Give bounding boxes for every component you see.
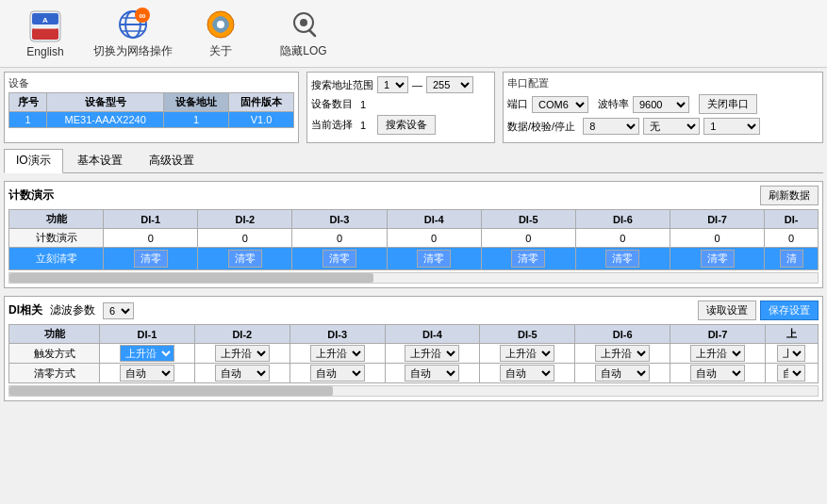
range-end-select[interactable]: 255 [426, 76, 473, 93]
clear-method-di1[interactable]: 自动手动 [100, 364, 195, 383]
trigger-di4[interactable]: 上升沿下降沿 [385, 344, 480, 364]
tab-advanced-settings[interactable]: 高级设置 [137, 149, 207, 172]
save-settings-button[interactable]: 保存设置 [760, 301, 819, 320]
counter-clear-row: 立刻清零 清零 清零 清零 清零 清零 清零 清零 清 [9, 248, 819, 270]
trigger-di4-select[interactable]: 上升沿下降沿 [405, 345, 459, 362]
clear-method-di2[interactable]: 自动手动 [194, 364, 289, 383]
refresh-button[interactable]: 刷新数据 [760, 186, 819, 205]
clear-di4[interactable]: 清零 [387, 248, 481, 270]
serial-title: 串口配置 [507, 76, 819, 90]
clear-di1-select[interactable]: 自动手动 [120, 365, 174, 382]
stop-bits-select[interactable]: 1 [703, 118, 760, 135]
cell-id: 1 [9, 112, 47, 128]
clear-di5-select[interactable]: 自动手动 [500, 365, 554, 382]
clear-method-di7[interactable]: 自动手动 [670, 364, 766, 383]
search-button[interactable]: 搜索设备 [377, 115, 436, 135]
col-id: 序号 [9, 93, 47, 112]
trigger-di2-select[interactable]: 上升沿下降沿 [215, 345, 270, 362]
read-settings-button[interactable]: 读取设置 [698, 301, 756, 320]
clear-di8-select[interactable]: 自 [777, 365, 805, 382]
clear-di2-select[interactable]: 自动手动 [215, 365, 270, 382]
count-di3: 0 [292, 229, 387, 248]
data-bits-select[interactable]: 8 [583, 118, 639, 135]
func-count-demo: 计数演示 [9, 229, 104, 248]
device-count-row: 设备数目 1 [311, 97, 490, 111]
col-model: 设备型号 [47, 93, 164, 112]
range-separator: — [412, 79, 422, 90]
clear-di6-button[interactable]: 清零 [605, 250, 639, 268]
trigger-di1-select[interactable]: 上升沿下降沿双边沿 [120, 345, 174, 362]
count-di5: 0 [481, 229, 575, 248]
di-th-di3: DI-3 [289, 325, 385, 344]
di-scrollbar[interactable] [8, 385, 819, 397]
clear-method-di6[interactable]: 自动手动 [575, 364, 670, 383]
clear-method-di4[interactable]: 自动手动 [385, 364, 480, 383]
trigger-di3-select[interactable]: 上升沿下降沿 [310, 345, 365, 362]
filter-select[interactable]: 6 [103, 302, 134, 319]
about-label: 关于 [209, 43, 232, 59]
clear-di7-select[interactable]: 自动手动 [690, 365, 745, 382]
clear-di6[interactable]: 清零 [575, 248, 670, 270]
clear-di6-select[interactable]: 自动手动 [595, 365, 650, 382]
tab-io-demo[interactable]: IO演示 [4, 149, 63, 173]
tab-basic-settings[interactable]: 基本设置 [65, 149, 135, 172]
di-th-di7: DI-7 [670, 325, 766, 344]
clear-method-di8[interactable]: 自 [765, 364, 818, 383]
clear-di3-select[interactable]: 自动手动 [310, 365, 365, 382]
trigger-di6-select[interactable]: 上升沿下降沿 [595, 345, 650, 362]
trigger-di5-select[interactable]: 上升沿下降沿 [500, 345, 554, 362]
close-serial-button[interactable]: 关闭串口 [699, 94, 757, 114]
count-di1: 0 [104, 229, 198, 248]
clear-di4-select[interactable]: 自动手动 [405, 365, 459, 382]
english-button[interactable]: A English [8, 4, 83, 64]
clear-di1-button[interactable]: 清零 [134, 250, 168, 268]
func-clear-method: 清零方式 [9, 364, 100, 383]
clear-di5[interactable]: 清零 [481, 248, 575, 270]
clear-di1[interactable]: 清零 [104, 248, 198, 270]
clear-di3-button[interactable]: 清零 [323, 250, 356, 268]
clear-di7[interactable]: 清零 [670, 248, 764, 270]
di-header-row: 功能 DI-1 DI-2 DI-3 DI-4 DI-5 DI-6 DI-7 上 [9, 325, 819, 344]
clear-method-di5[interactable]: 自动手动 [480, 364, 575, 383]
clear-di4-button[interactable]: 清零 [417, 250, 451, 268]
device-panel-title: 设备 [8, 76, 294, 90]
network-button[interactable]: ∞ 切换为网络操作 [91, 4, 175, 64]
trigger-di2[interactable]: 上升沿下降沿 [194, 344, 289, 364]
search-panel: 搜索地址范围 1 — 255 设备数目 1 当前选择 1 搜索设备 [306, 72, 495, 143]
trigger-di7-select[interactable]: 上升沿下降沿 [690, 345, 745, 362]
trigger-row: 触发方式 上升沿下降沿双边沿 上升沿下降沿 [9, 344, 819, 364]
trigger-di8[interactable]: 上 [765, 344, 818, 364]
clear-di2-button[interactable]: 清零 [228, 250, 262, 268]
hide-log-button[interactable]: 隐藏LOG [266, 4, 341, 64]
parity-select[interactable]: 无 [643, 118, 700, 135]
serial-panel: 串口配置 端口 COM6 波特率 9600 关闭串口 数据/校验/停止 8 无 [503, 72, 823, 143]
counter-scroll[interactable]: 功能 DI-1 DI-2 DI-3 DI-4 DI-5 DI-6 DI-7 DI… [8, 209, 819, 270]
trigger-di3[interactable]: 上升沿下降沿 [289, 344, 385, 364]
col-firmware: 固件版本 [229, 93, 294, 112]
clear-method-di3[interactable]: 自动手动 [289, 364, 385, 383]
trigger-di7[interactable]: 上升沿下降沿 [670, 344, 766, 364]
clear-di8-button[interactable]: 清 [780, 250, 803, 268]
counter-title: 计数演示 [8, 187, 54, 203]
clear-di7-button[interactable]: 清零 [701, 250, 735, 268]
di-scroll[interactable]: 功能 DI-1 DI-2 DI-3 DI-4 DI-5 DI-6 DI-7 上 … [8, 324, 819, 383]
svg-text:A: A [42, 16, 48, 24]
device-row[interactable]: 1 ME31-AAAX2240 1 V1.0 [9, 112, 294, 128]
clear-di3[interactable]: 清零 [292, 248, 387, 270]
trigger-di6[interactable]: 上升沿下降沿 [575, 344, 670, 364]
port-select[interactable]: COM6 [532, 96, 588, 113]
trigger-di8-select[interactable]: 上 [777, 345, 805, 362]
about-button[interactable]: 关于 [183, 4, 258, 64]
trigger-di1[interactable]: 上升沿下降沿双边沿 [100, 344, 195, 364]
clear-di2[interactable]: 清零 [198, 248, 292, 270]
di-th-di8: 上 [765, 325, 818, 344]
col-address: 设备地址 [164, 93, 229, 112]
func-trigger: 触发方式 [9, 344, 100, 364]
baud-select[interactable]: 9600 [633, 96, 689, 113]
counter-scrollbar[interactable] [8, 272, 819, 284]
range-start-select[interactable]: 1 [377, 76, 408, 93]
clear-di8[interactable]: 清 [765, 248, 819, 270]
serial-data-row: 数据/校验/停止 8 无 1 [507, 118, 819, 135]
clear-di5-button[interactable]: 清零 [511, 250, 545, 268]
trigger-di5[interactable]: 上升沿下降沿 [480, 344, 575, 364]
